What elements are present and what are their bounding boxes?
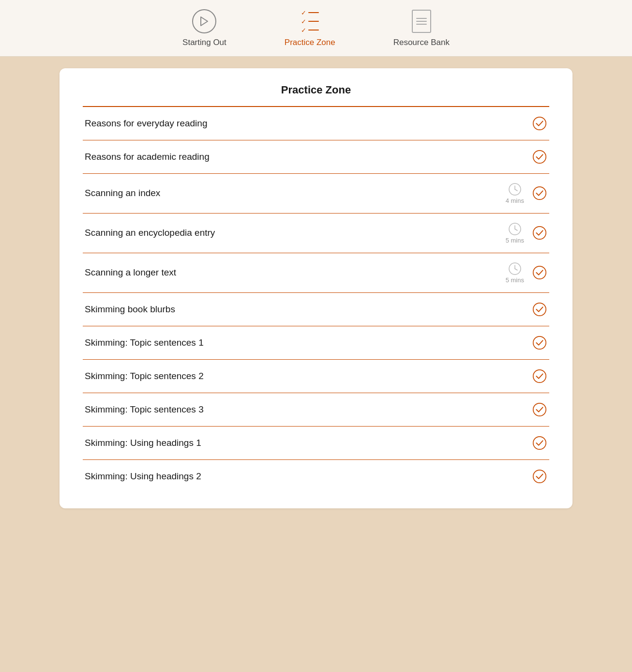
top-navigation: Starting Out ✓ ✓ ✓ Practice Zone	[0, 0, 632, 57]
check-circle-icon	[532, 149, 547, 165]
starting-out-label: Starting Out	[182, 38, 226, 47]
svg-point-6	[533, 187, 546, 199]
item-right	[532, 149, 547, 165]
clock-icon	[508, 183, 522, 196]
resource-bank-icon	[409, 9, 434, 34]
time-text: 5 mins	[506, 276, 524, 284]
list-item[interactable]: Skimming: Topic sentences 2	[83, 360, 549, 393]
item-right	[532, 116, 547, 131]
item-right	[532, 435, 547, 451]
clock-icon	[508, 222, 522, 236]
item-right: 5 mins	[506, 262, 547, 284]
list-item[interactable]: Scanning a longer text 5 mins	[83, 253, 549, 293]
item-text: Scanning a longer text	[85, 267, 176, 278]
practice-zone-icon: ✓ ✓ ✓	[297, 9, 322, 34]
svg-point-14	[533, 266, 546, 279]
item-right: 5 mins	[506, 222, 547, 244]
practice-items-list: Reasons for everyday reading Reasons for…	[83, 107, 549, 493]
list-item[interactable]: Skimming: Topic sentences 1	[83, 326, 549, 360]
content-card: Practice Zone Reasons for everyday readi…	[60, 68, 572, 508]
check-circle-icon	[532, 302, 547, 317]
item-left: Reasons for everyday reading	[85, 118, 207, 129]
item-left: Scanning a longer text	[85, 267, 176, 278]
time-text: 4 mins	[506, 197, 524, 204]
item-right: 4 mins	[506, 183, 547, 204]
item-right	[532, 402, 547, 417]
svg-point-10	[533, 227, 546, 239]
main-content: Practice Zone Reasons for everyday readi…	[0, 57, 632, 672]
svg-point-2	[533, 150, 546, 163]
item-text: Reasons for everyday reading	[85, 118, 207, 129]
item-text: Skimming: Topic sentences 3	[85, 404, 204, 415]
item-left: Scanning an index	[85, 188, 160, 199]
resource-bank-label: Resource Bank	[393, 38, 450, 47]
list-item[interactable]: Skimming: Using headings 2	[83, 460, 549, 493]
svg-line-5	[515, 189, 517, 191]
time-badge: 5 mins	[506, 262, 524, 284]
svg-marker-0	[201, 17, 208, 26]
list-item[interactable]: Reasons for everyday reading	[83, 107, 549, 140]
item-text: Reasons for academic reading	[85, 152, 210, 162]
item-text: Scanning an encyclopedia entry	[85, 228, 215, 238]
item-text: Skimming: Using headings 1	[85, 438, 201, 448]
svg-point-1	[533, 117, 546, 129]
item-left: Skimming: Using headings 2	[85, 471, 201, 482]
item-text: Scanning an index	[85, 188, 160, 199]
check-circle-icon	[532, 402, 547, 417]
item-text: Skimming book blurbs	[85, 304, 175, 315]
list-item[interactable]: Scanning an index 4 mins	[83, 174, 549, 214]
item-right	[532, 469, 547, 484]
check-circle-icon	[532, 435, 547, 451]
item-right	[532, 368, 547, 384]
svg-point-17	[533, 369, 546, 382]
svg-point-20	[533, 470, 546, 482]
list-item[interactable]: Scanning an encyclopedia entry 5 mins	[83, 214, 549, 253]
item-text: Skimming: Topic sentences 2	[85, 371, 204, 382]
starting-out-icon	[192, 9, 217, 34]
item-left: Scanning an encyclopedia entry	[85, 228, 215, 238]
nav-item-resource-bank[interactable]: Resource Bank	[393, 9, 450, 47]
item-text: Skimming: Using headings 2	[85, 471, 201, 482]
item-left: Skimming: Topic sentences 3	[85, 404, 204, 415]
svg-point-15	[533, 303, 546, 315]
item-left: Skimming: Topic sentences 2	[85, 371, 204, 382]
svg-point-18	[533, 403, 546, 415]
check-circle-icon	[532, 116, 547, 131]
time-badge: 5 mins	[506, 222, 524, 244]
item-text: Skimming: Topic sentences 1	[85, 337, 204, 348]
list-item[interactable]: Skimming: Topic sentences 3	[83, 393, 549, 427]
item-left: Skimming book blurbs	[85, 304, 175, 315]
clock-icon	[508, 262, 522, 275]
check-circle-icon	[532, 368, 547, 384]
check-circle-icon	[532, 185, 547, 201]
svg-line-9	[515, 229, 517, 230]
card-title: Practice Zone	[83, 84, 549, 96]
item-right	[532, 302, 547, 317]
time-text: 5 mins	[506, 237, 524, 244]
item-left: Skimming: Using headings 1	[85, 438, 201, 448]
list-item[interactable]: Skimming: Using headings 1	[83, 427, 549, 460]
time-badge: 4 mins	[506, 183, 524, 204]
item-left: Skimming: Topic sentences 1	[85, 337, 204, 348]
list-item[interactable]: Skimming book blurbs	[83, 293, 549, 326]
check-circle-icon	[532, 335, 547, 351]
item-right	[532, 335, 547, 351]
practice-zone-label: Practice Zone	[285, 38, 335, 47]
check-circle-icon	[532, 469, 547, 484]
check-circle-icon	[532, 225, 547, 241]
nav-item-starting-out[interactable]: Starting Out	[182, 9, 226, 47]
list-item[interactable]: Reasons for academic reading	[83, 140, 549, 174]
nav-item-practice-zone[interactable]: ✓ ✓ ✓ Practice Zone	[285, 9, 335, 47]
svg-line-13	[515, 269, 517, 270]
item-left: Reasons for academic reading	[85, 152, 210, 162]
svg-point-16	[533, 336, 546, 349]
check-circle-icon	[532, 265, 547, 280]
svg-point-19	[533, 436, 546, 449]
